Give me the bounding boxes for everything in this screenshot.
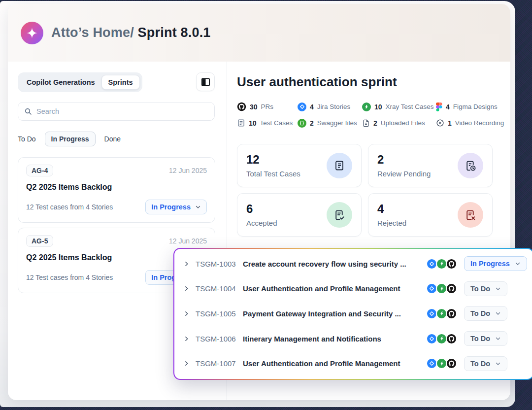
stat-uploaded-files: 2 Uploaded Files bbox=[362, 119, 436, 127]
sprint-stats: 30 PRs 4 Jira Stories 10 Xray Test Cases bbox=[237, 99, 503, 131]
test-case-title: User Authentication and Profile Manageme… bbox=[243, 284, 426, 293]
sprint-card-meta: 12 Test cases from 4 Stories bbox=[26, 203, 113, 211]
integration-icons bbox=[426, 258, 457, 270]
test-case-key: TSGM-1004 bbox=[196, 284, 243, 293]
status-filters: To Do In Progress Done bbox=[18, 132, 215, 146]
test-case-row[interactable]: TSGM-1007 User Authentication and Profil… bbox=[174, 351, 532, 376]
test-case-status-dropdown[interactable]: To Do bbox=[464, 356, 507, 371]
filter-done[interactable]: Done bbox=[104, 135, 121, 143]
view-segmented-control: Copilot Generations Sprints bbox=[18, 72, 142, 92]
test-cases-icon bbox=[237, 119, 245, 127]
tab-copilot-generations[interactable]: Copilot Generations bbox=[20, 75, 101, 89]
sprint-card-meta: 12 Test cases from 4 Stories bbox=[26, 273, 113, 281]
stat-swagger-files: 2 Swagger files bbox=[298, 119, 362, 128]
test-case-key: TSGM-1007 bbox=[196, 359, 243, 368]
status-label: To Do bbox=[470, 360, 490, 368]
summary-label: Review Pending bbox=[377, 170, 431, 178]
search-icon bbox=[24, 107, 32, 115]
test-case-row[interactable]: TSGM-1005 Payment Gateway Integration an… bbox=[174, 301, 532, 326]
chevron-right-icon[interactable] bbox=[183, 310, 190, 317]
filter-todo[interactable]: To Do bbox=[18, 135, 36, 143]
atto-logo bbox=[21, 22, 43, 44]
test-case-status-dropdown[interactable]: To Do bbox=[464, 281, 507, 296]
summary-card-review-pending: 2 Review Pending bbox=[368, 144, 493, 187]
stat-label: Jira Stories bbox=[317, 103, 351, 110]
sprint-date: 12 Jun 2025 bbox=[169, 167, 207, 174]
search-input[interactable] bbox=[36, 107, 208, 115]
stat-count: 4 bbox=[446, 103, 450, 111]
stat-count: 2 bbox=[310, 119, 314, 127]
xray-icon bbox=[362, 102, 371, 111]
summary-label: Total Test Cases bbox=[246, 170, 300, 178]
stat-figma-designs: 4 Figma Designs bbox=[436, 102, 504, 111]
stat-label: Test Cases bbox=[260, 119, 293, 127]
stat-xray-test-cases: 10 Xray Test Cases bbox=[362, 102, 436, 111]
summary-label: Rejected bbox=[377, 219, 406, 227]
summary-card-total: 12 Total Test Cases bbox=[237, 144, 362, 187]
test-case-row[interactable]: TSGM-1003 Create account recovery flow u… bbox=[174, 251, 532, 276]
chevron-right-icon[interactable] bbox=[183, 336, 190, 342]
rejected-icon bbox=[458, 202, 483, 228]
filter-in-progress[interactable]: In Progress bbox=[45, 132, 96, 146]
stat-jira-stories: 4 Jira Stories bbox=[298, 102, 362, 111]
stat-prs: 30 PRs bbox=[237, 102, 298, 111]
test-case-status-dropdown[interactable]: To Do bbox=[464, 306, 507, 321]
stat-count: 2 bbox=[373, 119, 377, 127]
stat-label: Xray Test Cases bbox=[386, 103, 434, 110]
test-case-title: Itinerary Management and Notifications bbox=[243, 335, 426, 343]
test-case-key: TSGM-1003 bbox=[196, 260, 243, 268]
panel-layout-icon bbox=[201, 77, 210, 87]
tab-sprints[interactable]: Sprints bbox=[101, 75, 140, 90]
test-case-title: User Authentication and Profile Manageme… bbox=[243, 359, 426, 368]
chevron-right-icon[interactable] bbox=[183, 261, 190, 267]
test-case-key: TSGM-1005 bbox=[196, 309, 243, 318]
status-label: In Progress bbox=[470, 260, 510, 268]
status-label: To Do bbox=[470, 309, 490, 317]
total-test-cases-icon bbox=[327, 153, 352, 178]
sprint-list-card[interactable]: AG-4 12 Jun 2025 Q2 2025 Items Backlog 1… bbox=[18, 157, 215, 223]
figma-icon bbox=[436, 102, 442, 111]
integration-icons bbox=[426, 333, 457, 344]
chevron-right-icon[interactable] bbox=[183, 360, 190, 367]
test-case-row[interactable]: TSGM-1004 User Authentication and Profil… bbox=[174, 276, 532, 302]
sprint-status-dropdown[interactable]: In Progress bbox=[145, 200, 207, 214]
stat-label: Uploaded Files bbox=[381, 119, 425, 127]
swagger-icon bbox=[298, 119, 306, 128]
summary-value: 12 bbox=[246, 153, 300, 166]
test-case-status-dropdown[interactable]: In Progress bbox=[464, 256, 527, 271]
stat-test-cases: 10 Test Cases bbox=[237, 119, 298, 127]
sidebar-toggle-button[interactable] bbox=[196, 72, 215, 91]
stat-label: Video Recording bbox=[455, 119, 504, 127]
summary-value: 4 bbox=[377, 203, 406, 215]
summary-card-accepted: 6 Accepted bbox=[237, 193, 362, 237]
chevron-down-icon bbox=[195, 204, 201, 210]
summary-value: 2 bbox=[377, 153, 431, 166]
sprint-detail-title: User authentication sprint bbox=[237, 74, 510, 90]
jira-icon bbox=[298, 102, 306, 111]
stat-count: 30 bbox=[250, 103, 258, 111]
test-case-status-dropdown[interactable]: To Do bbox=[464, 331, 507, 346]
github-icon bbox=[446, 283, 457, 294]
test-cases-panel: TSGM-1003 Create account recovery flow u… bbox=[173, 248, 532, 380]
test-case-row[interactable]: TSGM-1006 Itinerary Management and Notif… bbox=[174, 326, 532, 351]
sprint-key-badge: AG-5 bbox=[26, 235, 53, 247]
integration-icons bbox=[426, 308, 457, 319]
chevron-down-icon bbox=[495, 310, 501, 316]
github-icon bbox=[446, 308, 457, 319]
chevron-right-icon[interactable] bbox=[183, 285, 190, 292]
review-pending-icon bbox=[458, 153, 483, 178]
video-recording-icon bbox=[436, 119, 444, 127]
stat-label: Swagger files bbox=[317, 119, 357, 127]
chevron-down-icon bbox=[495, 361, 501, 367]
summary-value: 6 bbox=[246, 203, 277, 215]
summary-cards: 12 Total Test Cases 2 Review Pending bbox=[237, 144, 510, 237]
status-label: To Do bbox=[470, 285, 490, 293]
chevron-down-icon bbox=[495, 336, 501, 342]
integration-icons bbox=[426, 358, 457, 369]
stat-video-recording: 1 Video Recording bbox=[436, 119, 504, 127]
test-case-key: TSGM-1006 bbox=[196, 335, 243, 343]
stat-label: PRs bbox=[261, 103, 274, 110]
uploaded-files-icon bbox=[362, 119, 370, 127]
search-box[interactable] bbox=[18, 102, 215, 121]
test-case-title: Create account recovery flow using secur… bbox=[243, 260, 426, 268]
